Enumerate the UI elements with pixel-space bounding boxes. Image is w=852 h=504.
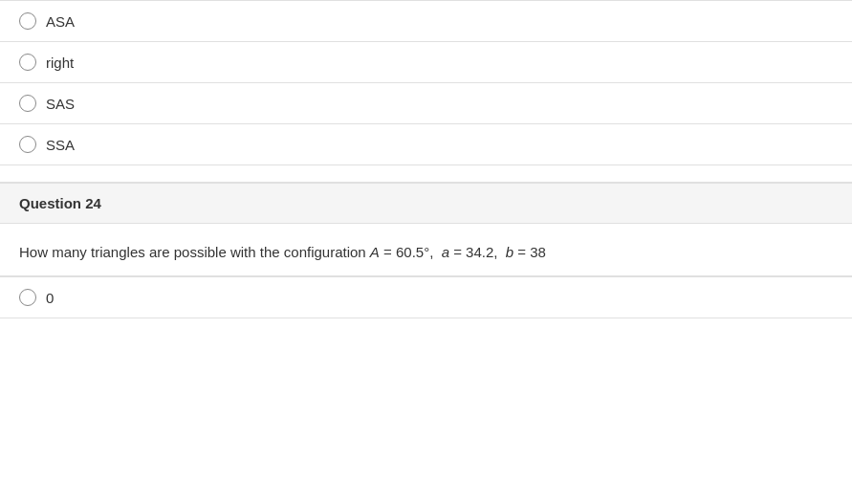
- option-q24-0[interactable]: 0: [0, 276, 852, 318]
- option-asa-label: ASA: [46, 13, 75, 30]
- option-right[interactable]: right: [0, 42, 852, 83]
- question-23-options: ASA right SAS SSA: [0, 0, 852, 165]
- question-24-math: A = 60.5°, a = 34.2, b = 38: [370, 244, 546, 260]
- question-24-options: 0: [0, 276, 852, 318]
- question-spacer: [0, 165, 852, 183]
- question-24-text: How many triangles are possible with the…: [19, 244, 370, 260]
- option-sas-label: SAS: [46, 96, 75, 112]
- question-24-header: Question 24: [0, 183, 852, 224]
- question-24-body: How many triangles are possible with the…: [0, 224, 852, 276]
- option-ssa-label: SSA: [46, 137, 75, 153]
- radio-right[interactable]: [19, 54, 36, 71]
- radio-sas[interactable]: [19, 95, 36, 112]
- radio-q24-0[interactable]: [19, 289, 36, 306]
- option-q24-0-label: 0: [46, 290, 54, 306]
- option-asa[interactable]: ASA: [0, 0, 852, 42]
- radio-asa[interactable]: [19, 12, 36, 30]
- option-sas[interactable]: SAS: [0, 83, 852, 124]
- question-24-block: Question 24 How many triangles are possi…: [0, 183, 852, 318]
- option-right-label: right: [46, 55, 74, 71]
- option-ssa[interactable]: SSA: [0, 124, 852, 165]
- question-24-title: Question 24: [19, 195, 101, 211]
- radio-ssa[interactable]: [19, 136, 36, 153]
